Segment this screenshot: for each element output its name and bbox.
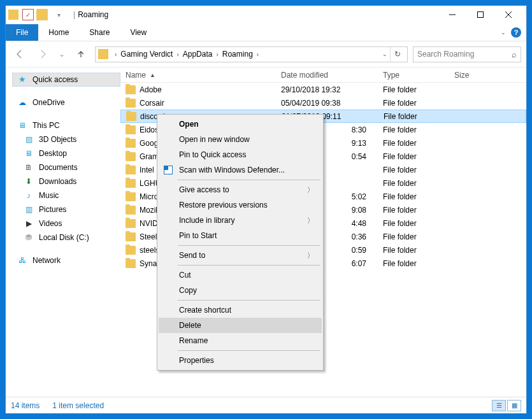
chevron-right-icon[interactable]: ›: [174, 51, 181, 58]
file-type: File folder: [378, 232, 449, 241]
downloads-icon: ⬇: [24, 176, 34, 187]
star-icon: ★: [17, 75, 27, 85]
menu-item[interactable]: Open in new window: [159, 132, 322, 147]
file-date: 05/04/2019 09:38: [276, 99, 378, 108]
menu-item[interactable]: Create shortcut: [159, 302, 322, 318]
column-date[interactable]: Date modified: [276, 67, 378, 82]
title-separator: |: [73, 10, 75, 19]
menu-label: Pin to Start: [179, 231, 314, 240]
file-name: Corsair: [140, 99, 164, 108]
sidebar-item-desktop[interactable]: 🖥Desktop: [12, 146, 120, 160]
file-type: File folder: [378, 166, 449, 174]
status-count: 14 items: [11, 401, 40, 410]
view-details-button[interactable]: ☰: [492, 400, 506, 411]
up-button[interactable]: [72, 45, 90, 63]
menu-item[interactable]: Send to〉: [159, 248, 322, 263]
refresh-icon[interactable]: ↻: [390, 47, 405, 62]
ribbon-expand-icon[interactable]: ⌄: [501, 29, 506, 36]
back-button[interactable]: [11, 45, 29, 63]
file-type: File folder: [378, 85, 449, 94]
menu-label: Rename: [179, 336, 314, 345]
menu-label: Open: [179, 120, 314, 129]
breadcrumb[interactable]: Gaming Verdict: [119, 50, 174, 59]
file-type: File folder: [378, 179, 449, 188]
menu-separator: [178, 265, 320, 266]
tab-home[interactable]: Home: [38, 24, 79, 41]
table-row[interactable]: Corsair05/04/2019 09:38File folder: [120, 96, 526, 110]
minimize-button[interactable]: [438, 6, 466, 24]
sidebar-onedrive[interactable]: ☁OneDrive: [12, 96, 120, 110]
quick-access-toolbar: ✓ ▾: [22, 9, 67, 20]
menu-label: Delete: [179, 321, 314, 330]
qat-overflow-icon[interactable]: ▾: [53, 9, 64, 20]
maximize-button[interactable]: [466, 6, 494, 24]
close-button[interactable]: [494, 6, 522, 24]
sidebar-item-music[interactable]: ♪Music: [12, 188, 120, 202]
file-type: File folder: [378, 152, 449, 161]
videos-icon: ▶: [24, 218, 34, 229]
sidebar-item-documents[interactable]: 🗎Documents: [12, 160, 120, 174]
menu-item[interactable]: Delete: [159, 318, 322, 333]
menu-separator: [178, 245, 320, 246]
address-folder-icon: [98, 49, 108, 59]
menu-item[interactable]: Cut: [159, 267, 322, 283]
search-input[interactable]: Search Roaming ⌕: [413, 46, 521, 62]
desktop-icon: 🖥: [24, 148, 34, 159]
menu-item[interactable]: Copy: [159, 283, 322, 298]
sidebar-item-3d-objects[interactable]: ▧3D Objects: [12, 132, 120, 146]
qat-properties-icon[interactable]: ✓: [22, 9, 34, 20]
file-type: File folder: [378, 246, 449, 255]
breadcrumb[interactable]: AppData: [182, 50, 214, 59]
sidebar-item-pictures[interactable]: ▥Pictures: [12, 202, 120, 217]
address-dropdown-icon[interactable]: ⌄: [380, 51, 390, 57]
sidebar-item-downloads[interactable]: ⬇Downloads: [12, 174, 120, 188]
file-type: File folder: [378, 139, 449, 148]
column-name[interactable]: Name▲: [120, 67, 276, 82]
folder-view[interactable]: Name▲ Date modified Type Size Adobe29/10…: [120, 67, 526, 397]
sidebar-quick-access[interactable]: ★Quick access: [12, 73, 120, 87]
app-folder-icon: [8, 10, 18, 20]
folder-icon: [126, 166, 136, 174]
breadcrumb[interactable]: Roaming: [221, 50, 254, 59]
file-type: File folder: [378, 259, 449, 268]
folder-icon: [126, 192, 136, 201]
menu-item[interactable]: Give access to〉: [159, 182, 322, 197]
sidebar-item-local-disk[interactable]: ⛃Local Disk (C:): [12, 231, 120, 245]
menu-separator: [178, 350, 320, 351]
menu-item[interactable]: Pin to Quick access: [159, 147, 322, 162]
menu-item[interactable]: Open: [159, 117, 322, 132]
folder-icon: [126, 219, 136, 228]
tab-view[interactable]: View: [120, 24, 157, 41]
menu-item[interactable]: Pin to Start: [159, 228, 322, 243]
forward-button[interactable]: [34, 45, 52, 63]
recent-locations-icon[interactable]: ⌄: [57, 45, 67, 63]
chevron-right-icon[interactable]: ›: [112, 51, 119, 58]
sidebar-this-pc[interactable]: 🖥This PC: [12, 118, 120, 132]
file-type: File folder: [378, 192, 449, 201]
chevron-right-icon[interactable]: ›: [213, 51, 220, 58]
file-type: File folder: [378, 219, 449, 228]
chevron-right-icon[interactable]: ›: [254, 51, 261, 58]
search-icon[interactable]: ⌕: [512, 50, 517, 59]
search-placeholder: Search Roaming: [417, 50, 474, 59]
qat-newfolder-icon[interactable]: [36, 9, 48, 20]
menu-item[interactable]: Rename: [159, 333, 322, 348]
menu-item[interactable]: Include in library〉: [159, 213, 322, 228]
view-large-icons-button[interactable]: ▦: [507, 400, 521, 411]
sidebar-item-videos[interactable]: ▶Videos: [12, 217, 120, 231]
table-row[interactable]: Adobe29/10/2018 19:32File folder: [120, 83, 526, 96]
sidebar-network[interactable]: 🖧Network: [12, 253, 120, 267]
menu-label: Include in library: [179, 216, 307, 225]
menu-item[interactable]: Scan with Windows Defender...: [159, 162, 322, 178]
file-tab[interactable]: File: [6, 24, 38, 41]
tab-share[interactable]: Share: [79, 24, 120, 41]
menu-item[interactable]: Properties: [159, 353, 322, 368]
help-icon[interactable]: ?: [511, 27, 521, 38]
menu-label: Create shortcut: [179, 306, 314, 315]
folder-icon: [126, 232, 136, 241]
column-size[interactable]: Size: [449, 67, 507, 82]
address-bar[interactable]: › Gaming Verdict › AppData › Roaming › ⌄…: [95, 46, 408, 62]
menu-item[interactable]: Restore previous versions: [159, 197, 322, 213]
column-type[interactable]: Type: [378, 67, 449, 82]
menu-label: Pin to Quick access: [179, 150, 314, 159]
